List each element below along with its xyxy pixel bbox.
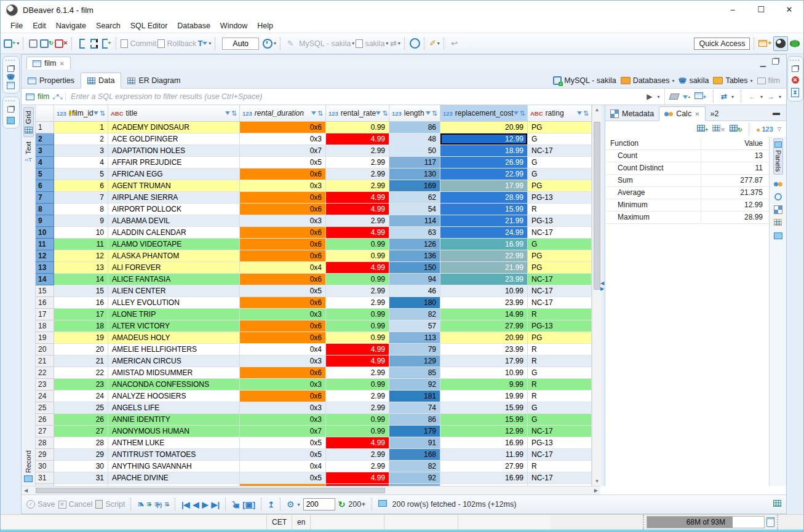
grid-cell[interactable]: ALADDIN CALENDAR <box>108 227 240 239</box>
progress-hourglass-icon[interactable]: ⧗ <box>791 88 799 97</box>
breadcrumb-databases[interactable]: Databases▾ <box>621 76 675 85</box>
clear-filter-icon[interactable] <box>669 93 680 100</box>
grid-cell[interactable]: AMISTAD MIDSUMMER <box>108 367 240 379</box>
grid-cell[interactable]: PG-13 <box>528 192 592 204</box>
grid-cell[interactable]: 4.99 <box>326 133 389 145</box>
grid-cell[interactable]: 0.99 <box>326 332 389 344</box>
grid-cell[interactable]: 28.99 <box>440 192 528 204</box>
scroll-up-icon[interactable]: ▲ <box>595 105 600 114</box>
grid-cell[interactable]: ANGELS LIFE <box>108 402 240 414</box>
grid-cell[interactable]: 18 <box>54 320 108 332</box>
panels-tab[interactable]: Panels <box>773 138 783 175</box>
grid-cell[interactable]: 50 <box>389 145 440 157</box>
grid-cell[interactable]: 74 <box>389 402 440 414</box>
grid-cell[interactable]: 10 <box>54 227 108 239</box>
grid-cell[interactable]: 0x3 <box>240 355 326 367</box>
grid-cell[interactable]: 7 <box>54 192 108 204</box>
scroll-left-icon[interactable]: ◀ <box>22 488 30 493</box>
grid-cell[interactable]: AMADEUS HOLY <box>108 332 240 344</box>
fetch-size-input[interactable] <box>303 498 335 510</box>
maximize-button[interactable]: ☐ <box>747 1 775 19</box>
dashboard-gauge-icon[interactable] <box>409 38 420 50</box>
grid-cell[interactable]: APACHE DIVINE <box>108 472 240 484</box>
grid-cell[interactable]: 21 <box>54 355 108 367</box>
grid-cell[interactable]: 92 <box>389 472 440 484</box>
grid-cell[interactable]: 0x4 <box>240 262 326 274</box>
sort-icon[interactable]: ⇅ <box>583 109 589 117</box>
grid-cell[interactable]: 30 <box>54 461 108 472</box>
menu-window[interactable]: Window <box>215 19 252 33</box>
projects-icon[interactable] <box>7 82 15 89</box>
grid-cell[interactable]: 26.99 <box>440 157 528 169</box>
grid-cell[interactable]: ACE GOLDFINGER <box>108 133 240 145</box>
transaction-log-icon[interactable] <box>89 38 100 50</box>
grid-cell[interactable]: 20.99 <box>440 332 528 344</box>
hscroll-thumb[interactable] <box>36 488 385 493</box>
grid-cell[interactable]: 2 <box>54 133 108 145</box>
grid-cell[interactable]: 0x5 <box>240 472 326 484</box>
next-row-icon[interactable]: ▶ <box>202 500 209 509</box>
grid-cell[interactable]: G <box>528 169 592 180</box>
grid-cell[interactable]: 16 <box>54 297 108 309</box>
new-connection-button[interactable]: +▾ <box>4 38 19 50</box>
grid-cell[interactable]: G <box>528 414 592 426</box>
grid-cell[interactable]: 4.99 <box>326 344 389 355</box>
function-row[interactable]: Minimum12.99 <box>607 199 769 212</box>
grid-cell[interactable]: 91 <box>389 437 440 449</box>
minimize-editor-icon[interactable]: ▁ <box>760 58 766 67</box>
grid-cell[interactable]: 181 <box>389 391 440 402</box>
grid-cell[interactable]: G <box>528 133 592 145</box>
grid-cell[interactable]: ANONYMOUS HUMAN <box>108 426 240 437</box>
grid-cell[interactable]: 2.99 <box>326 157 389 169</box>
grid-cell[interactable]: 129 <box>389 355 440 367</box>
grid-cell[interactable]: NC-17 <box>528 426 592 437</box>
grid-cell[interactable]: 26 <box>54 414 108 426</box>
grid-cell[interactable]: 0x3 <box>240 215 326 227</box>
row-number[interactable]: 14 <box>36 274 54 285</box>
row-number[interactable]: 7 <box>36 192 54 204</box>
grid-cell[interactable]: 23.99 <box>440 344 528 355</box>
grid-cell[interactable]: 6 <box>54 180 108 192</box>
grid-cell[interactable]: 0x6 <box>240 320 326 332</box>
garbage-collect-icon[interactable] <box>766 517 774 527</box>
column-header-replacement_cost[interactable]: 123replacement_cost⇅ <box>440 105 528 121</box>
filter-icon[interactable] <box>311 111 316 115</box>
tab-data[interactable]: Data <box>81 73 121 89</box>
grid-cell[interactable]: ALI FOREVER <box>108 262 240 274</box>
grid-cell[interactable]: 27 <box>54 426 108 437</box>
grid-cell[interactable]: 82 <box>389 309 440 320</box>
grid-cell[interactable]: 4.99 <box>326 472 389 484</box>
grid-cell[interactable]: 5 <box>54 169 108 180</box>
refresh-fetch-icon[interactable]: ↻ <box>338 499 346 509</box>
grid-cell[interactable]: 23.99 <box>440 274 528 285</box>
grid-cell[interactable]: R <box>528 309 592 320</box>
duplicate-row-icon[interactable]: ≡(+) <box>154 500 162 509</box>
grid-cell[interactable]: 130 <box>389 169 440 180</box>
grid-cell[interactable]: 13 <box>54 262 108 274</box>
row-number[interactable]: 16 <box>36 297 54 309</box>
grid-cell[interactable]: 17 <box>54 309 108 320</box>
grid-cell[interactable]: 0.99 <box>326 309 389 320</box>
grid-cell[interactable]: 2.99 <box>326 449 389 461</box>
refresh-dropdown[interactable]: ▾ <box>731 94 734 100</box>
grid-cell[interactable]: 10.99 <box>440 367 528 379</box>
grid-cell[interactable]: 2.99 <box>326 367 389 379</box>
grid-cell[interactable]: 25 <box>54 402 108 414</box>
grid-cell[interactable]: 54 <box>389 204 440 215</box>
grid-cell[interactable]: 4.99 <box>326 192 389 204</box>
grid-cell[interactable]: G <box>528 157 592 169</box>
save-filter-icon[interactable]: ▪ <box>683 92 690 101</box>
grid-cell[interactable]: 2.99 <box>326 169 389 180</box>
refresh-functions-icon[interactable]: ↻ <box>730 125 742 133</box>
dbeaver-perspective-icon[interactable] <box>773 36 788 51</box>
grid-cell[interactable]: ALTER VICTORY <box>108 320 240 332</box>
tab-overflow[interactable]: »2 <box>706 107 724 121</box>
row-number[interactable]: 18 <box>36 320 54 332</box>
grid-cell[interactable]: R <box>528 355 592 367</box>
grid-cell[interactable]: 0x5 <box>240 437 326 449</box>
grid-cell[interactable]: 31 <box>54 472 108 484</box>
function-row[interactable]: Maximum28.99 <box>607 212 769 224</box>
error-log-icon[interactable]: ✕ <box>792 76 799 84</box>
grid-cell[interactable]: 28 <box>54 437 108 449</box>
row-number[interactable]: 13 <box>36 262 54 274</box>
